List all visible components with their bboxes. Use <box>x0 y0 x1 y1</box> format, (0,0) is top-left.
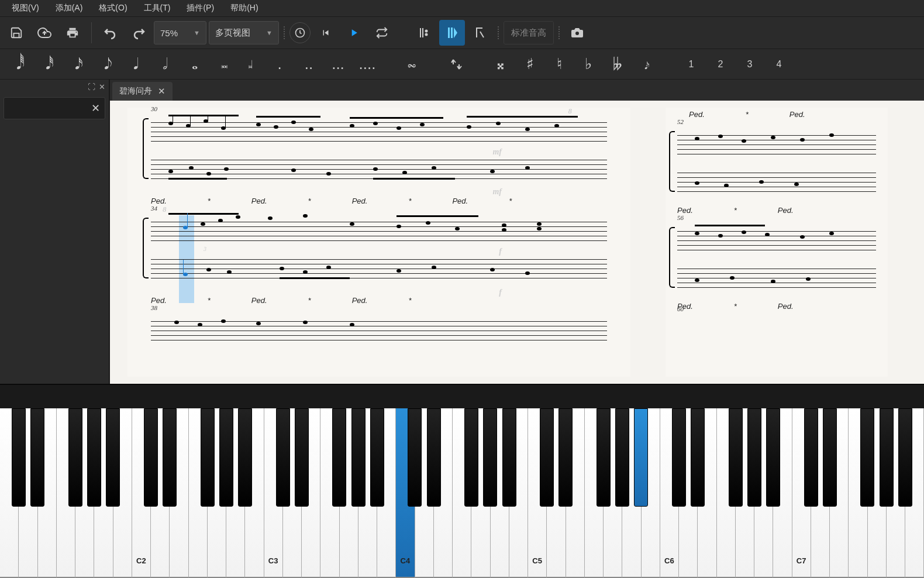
note-half[interactable]: 𝅗𝅥 <box>150 51 175 77</box>
piano-black-key[interactable] <box>351 408 366 507</box>
score-viewport[interactable]: 30 8 <box>110 101 924 384</box>
piano-black-key[interactable] <box>860 408 874 507</box>
note-quarter[interactable]: 𝅘𝅥 <box>120 51 146 77</box>
note-breve[interactable]: 𝅜 <box>208 51 234 77</box>
note-32nd[interactable]: 𝅘𝅥𝅰 <box>33 51 58 77</box>
piano-black-key[interactable] <box>672 408 686 507</box>
panel-close-icon[interactable]: ✕ <box>99 82 105 91</box>
cloud-button[interactable] <box>32 20 57 46</box>
piano-black-key[interactable] <box>408 408 422 507</box>
save-button[interactable] <box>4 20 29 46</box>
piano-black-key[interactable] <box>12 408 26 507</box>
piano-black-key[interactable] <box>464 408 478 507</box>
voice-2[interactable]: 2 <box>708 51 733 77</box>
piano-black-key[interactable] <box>87 408 101 507</box>
piano-black-key[interactable] <box>634 408 648 507</box>
piano-black-key[interactable] <box>295 408 309 507</box>
flat[interactable]: ♭ <box>575 51 601 77</box>
piano-black-key[interactable] <box>729 408 743 507</box>
tie-button[interactable]: 𝆗 <box>399 51 425 77</box>
piano-black-key[interactable] <box>747 408 761 507</box>
repeat-start-button[interactable] <box>411 20 437 46</box>
score-page: Ped.*Ped. 52 <box>666 108 888 377</box>
piano-black-key[interactable] <box>332 408 346 507</box>
piano-black-key[interactable] <box>880 408 894 507</box>
panel-expand-icon[interactable]: ⛶ <box>88 82 95 91</box>
dot-1[interactable]: . <box>267 51 292 77</box>
piano-black-key[interactable] <box>558 408 573 507</box>
view-mode-select[interactable]: 多页视图 ▼ <box>209 21 279 44</box>
menu-help[interactable]: 帮助(H) <box>222 1 266 16</box>
piano-black-key[interactable] <box>804 408 818 507</box>
piano-black-key[interactable] <box>370 408 384 507</box>
metronome-button[interactable] <box>289 22 311 43</box>
search-clear-icon[interactable]: ✕ <box>91 102 100 115</box>
piano-black-key[interactable] <box>68 408 82 507</box>
rewind-button[interactable] <box>313 20 339 46</box>
menu-plugins[interactable]: 插件(P) <box>178 1 222 16</box>
redo-button[interactable] <box>126 20 151 46</box>
piano-black-key[interactable] <box>238 408 252 507</box>
voice-1[interactable]: 1 <box>678 51 704 77</box>
piano-black-key[interactable] <box>483 408 497 507</box>
note-16th[interactable]: 𝅘𝅥𝅯 <box>62 51 88 77</box>
voice-3[interactable]: 3 <box>737 51 763 77</box>
flip-stem-button[interactable] <box>443 51 469 77</box>
dot-2[interactable]: .. <box>296 51 322 77</box>
piano-black-key[interactable] <box>540 408 554 507</box>
print-button[interactable] <box>60 20 85 46</box>
note-64th[interactable]: 𝅘𝅥𝅱 <box>4 51 29 77</box>
toolbar-grip[interactable] <box>281 21 287 44</box>
treble-stave <box>151 317 607 329</box>
double-sharp[interactable]: 𝄪 <box>488 51 513 77</box>
pedal-row: Ped.*Ped. <box>677 206 864 216</box>
note-whole[interactable]: 𝅝 <box>179 51 205 77</box>
piano-black-key[interactable] <box>691 408 705 507</box>
natural[interactable]: ♮ <box>546 51 572 77</box>
piano-black-key[interactable] <box>766 408 780 507</box>
toolbar-grip[interactable] <box>495 21 501 44</box>
voice-4[interactable]: 4 <box>766 51 792 77</box>
tab-close-icon[interactable]: ✕ <box>158 86 166 97</box>
zoom-select[interactable]: 75% ▼ <box>154 21 206 44</box>
piano-black-key[interactable] <box>219 408 233 507</box>
piano-key-label: C7 <box>797 556 806 565</box>
piano-black-key[interactable] <box>276 408 290 507</box>
piano-key-label: C3 <box>268 556 278 565</box>
ottava-mark: 8 <box>163 205 167 214</box>
palette-search[interactable]: ✕ <box>4 97 105 119</box>
concert-pitch-display[interactable]: 标准音高 <box>504 21 554 44</box>
dot-4[interactable]: .... <box>354 51 380 77</box>
document-tab[interactable]: 碧海问舟 ✕ <box>112 82 173 101</box>
double-flat[interactable]: 𝄫 <box>605 51 630 77</box>
piano-black-key[interactable] <box>106 408 120 507</box>
piano-black-key[interactable] <box>597 408 611 507</box>
sharp[interactable]: ♯ <box>517 51 543 77</box>
bass-stave <box>677 168 876 192</box>
dot-3[interactable]: ... <box>325 51 351 77</box>
play-button[interactable] <box>341 20 367 46</box>
count-in-button[interactable] <box>467 20 493 46</box>
piano-black-key[interactable] <box>502 408 516 507</box>
undo-button[interactable] <box>98 20 123 46</box>
piano-black-key[interactable] <box>163 408 177 507</box>
play-position-button[interactable] <box>439 20 465 46</box>
piano-black-key[interactable] <box>144 408 158 507</box>
screenshot-button[interactable] <box>564 20 590 46</box>
note-longa[interactable]: 𝆷 <box>237 51 263 77</box>
menu-format[interactable]: 格式(O) <box>91 1 135 16</box>
toolbar-grip[interactable] <box>556 21 562 44</box>
piano-black-key[interactable] <box>898 408 912 507</box>
menu-view[interactable]: 视图(V) <box>4 1 47 16</box>
piano-black-key[interactable] <box>427 408 441 507</box>
menu-tools[interactable]: 工具(T) <box>136 1 179 16</box>
piano-black-key[interactable] <box>201 408 215 507</box>
piano-black-key[interactable] <box>615 408 629 507</box>
menu-add[interactable]: 添加(A) <box>47 1 91 16</box>
grace-note[interactable]: 𝆔 <box>634 51 660 77</box>
loop-button[interactable] <box>369 20 395 46</box>
note-8th[interactable]: 𝅘𝅥𝅮 <box>91 51 117 77</box>
piano-black-key[interactable] <box>823 408 837 507</box>
dynamic-mark: f <box>499 288 502 297</box>
piano-black-key[interactable] <box>30 408 44 507</box>
